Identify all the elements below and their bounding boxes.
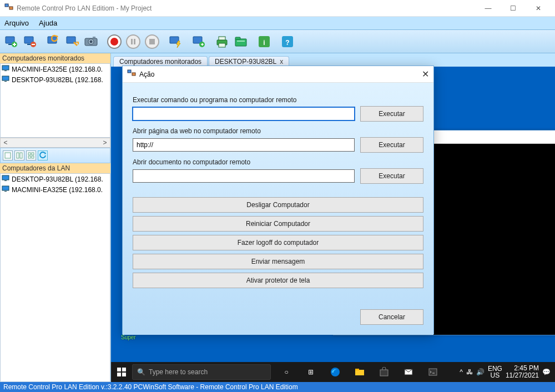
action-dialog: Ação ✕ Executar comando ou programa no c… <box>122 66 434 334</box>
refresh-monitor-icon[interactable] <box>44 33 62 51</box>
edge-icon[interactable] <box>325 362 345 382</box>
view-split-icon[interactable] <box>14 150 24 160</box>
svg-point-15 <box>110 38 118 46</box>
logoff-button[interactable]: Fazer logoff do computador <box>133 235 423 250</box>
tray-chevron-icon[interactable]: ^ <box>460 368 463 376</box>
list-item-label: DESKTOP-93U82BL (192.168. <box>12 175 103 183</box>
monitored-panel-header: Computadores monitorados <box>0 53 110 63</box>
help-icon[interactable]: ? <box>279 33 296 51</box>
lan-panel-header: Computadores da LAN <box>0 163 110 173</box>
sidebar-mini-toolbar <box>0 148 110 163</box>
web-url-input[interactable] <box>133 138 355 152</box>
svg-text:i: i <box>263 39 265 47</box>
menu-arquivo[interactable]: Arquivo <box>4 19 29 27</box>
action-monitor-icon[interactable] <box>63 33 81 51</box>
svg-rect-49 <box>117 368 121 371</box>
lan-computer-item[interactable]: DESKTOP-93U82BL (192.168. <box>1 174 110 184</box>
svg-rect-47 <box>2 186 9 190</box>
dialog-close-button[interactable]: ✕ <box>409 69 429 79</box>
svg-rect-50 <box>122 368 126 371</box>
tab-close-icon[interactable]: x <box>280 58 283 66</box>
svg-rect-18 <box>134 39 135 44</box>
print-icon[interactable] <box>213 33 231 51</box>
svg-rect-28 <box>235 37 240 39</box>
monitor-icon <box>2 75 9 84</box>
svg-rect-40 <box>20 153 22 158</box>
list-item-label: MACMINI-EA325E (192.168.0. <box>12 186 103 194</box>
window-close-button[interactable]: ✕ <box>526 0 551 17</box>
cortana-icon[interactable]: ○ <box>276 362 296 382</box>
svg-rect-35 <box>4 71 7 71</box>
monitor-icon <box>2 174 9 184</box>
cancel-button[interactable]: Cancelar <box>360 309 423 325</box>
tray-network-icon[interactable]: 🖧 <box>466 368 473 376</box>
pause-button[interactable] <box>124 33 142 51</box>
shutdown-button[interactable]: Desligar Computador <box>133 197 423 213</box>
svg-rect-43 <box>28 156 31 158</box>
scroll-left-arrow[interactable]: < <box>1 139 11 147</box>
folder-icon[interactable] <box>232 33 250 51</box>
execute-web-button[interactable]: Executar <box>360 137 423 153</box>
monitored-computer-item[interactable]: MACMINI-EA325E (192.168.0. <box>1 64 110 74</box>
window-title: Remote Control Pro LAN Editiom - My Proj… <box>17 4 476 12</box>
label-command: Executar comando ou programa no computad… <box>133 96 423 104</box>
view-grid-icon[interactable] <box>26 150 36 160</box>
view-single-icon[interactable] <box>3 150 13 160</box>
camera-icon[interactable] <box>82 33 100 51</box>
svg-rect-26 <box>219 43 225 47</box>
window-maximize-button[interactable]: ☐ <box>501 0 526 17</box>
start-button[interactable] <box>111 362 132 382</box>
svg-rect-44 <box>32 156 34 158</box>
terminal-icon[interactable] <box>423 362 443 382</box>
label-web: Abrir página da web no computador remoto <box>133 127 423 135</box>
command-input[interactable] <box>133 107 355 120</box>
taskbar-search[interactable]: 🔍 Type here to search <box>132 364 271 380</box>
svg-rect-46 <box>4 180 7 181</box>
task-view-icon[interactable]: ⊞ <box>301 362 321 382</box>
lan-computer-item[interactable]: MACMINI-EA325E (192.168.0. <box>1 184 110 195</box>
svg-rect-17 <box>131 39 133 44</box>
monitored-computer-item[interactable]: DESKTOP-93U82BL (192.168. <box>1 74 110 85</box>
label-doc: Abrir documento no computador remoto <box>133 158 423 166</box>
svg-point-12 <box>90 40 93 43</box>
window-minimize-button[interactable]: — <box>476 0 501 17</box>
scroll-right-arrow[interactable]: > <box>100 139 110 147</box>
tray-clock[interactable]: 2:45 PM11/27/2021 <box>506 365 539 379</box>
store-icon[interactable] <box>374 362 394 382</box>
svg-rect-45 <box>2 175 9 180</box>
svg-rect-42 <box>32 153 34 155</box>
svg-rect-48 <box>4 191 7 192</box>
refresh-icon[interactable] <box>38 150 48 160</box>
send-monitor-icon[interactable] <box>190 33 208 51</box>
send-message-button[interactable]: Enviar mensagem <box>133 254 423 269</box>
add-monitor-icon[interactable] <box>2 33 20 51</box>
svg-rect-54 <box>355 370 364 375</box>
record-button[interactable] <box>105 33 123 51</box>
svg-rect-1 <box>9 7 13 9</box>
execute-command-button[interactable]: Executar <box>360 106 423 122</box>
tray-notifications-icon[interactable]: 💬 <box>542 368 551 376</box>
info-icon[interactable]: i <box>255 33 273 51</box>
tray-volume-icon[interactable]: 🔊 <box>476 368 485 376</box>
remove-monitor-icon[interactable] <box>21 33 39 51</box>
status-text: Remote Control Pro LAN Edition v.:3.2.2.… <box>3 383 298 391</box>
window-titlebar: Remote Control Pro LAN Editiom - My Proj… <box>0 0 555 17</box>
menubar: Arquivo Ajuda <box>0 17 555 30</box>
mail-icon[interactable] <box>398 362 418 382</box>
flash-monitor-icon[interactable] <box>167 33 184 51</box>
menu-ajuda[interactable]: Ajuda <box>39 19 57 27</box>
document-input[interactable] <box>133 169 355 183</box>
dialog-titlebar: Ação ✕ <box>123 66 433 83</box>
tray-language[interactable]: ENGUS <box>488 365 502 379</box>
list-item-label: MACMINI-EA325E (192.168.0. <box>12 66 103 73</box>
svg-rect-60 <box>132 73 135 76</box>
execute-doc-button[interactable]: Executar <box>360 168 423 184</box>
screensaver-button[interactable]: Ativar protetor de tela <box>133 273 423 288</box>
svg-rect-38 <box>5 153 11 158</box>
explorer-icon[interactable] <box>350 362 370 382</box>
svg-rect-59 <box>128 70 131 73</box>
restart-button[interactable]: Reiniciar Computador <box>133 216 423 232</box>
stop-button[interactable] <box>143 33 161 51</box>
svg-rect-13 <box>93 37 95 38</box>
horizontal-scrollbar[interactable]: < > <box>0 138 110 148</box>
